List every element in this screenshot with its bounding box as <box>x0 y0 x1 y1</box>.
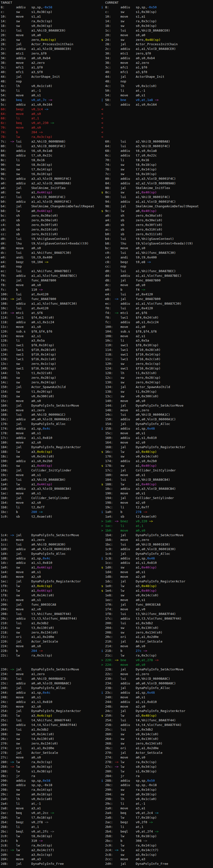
diff-marker: < <box>101 135 105 140</box>
asm-diff-row: 2ac: beq v0,at,2cc ~>2a4: beq v0,at,2c4 … <box>1 811 213 816</box>
diff-marker <box>101 302 105 306</box>
asm-diff-row: 170: jal DynaPolyInfo_Alloc154: jal Dyna… <box>1 422 213 427</box>
current-line <box>105 126 213 130</box>
asm-diff-row: 1a4: lw a1,0x44(sp)s188: lw a1,0x40(sp) <box>1 483 213 487</box>
asm-diff-row: 38: move a2,zero38: move a2,zero <box>1 61 213 65</box>
diff-marker <box>101 635 105 640</box>
asm-diff-row: d0: lui t9,%hi(gSaveContext)b4: lui t9,%… <box>1 237 213 242</box>
current-line: 140: move a0,s0 <box>105 399 213 404</box>
diff-marker <box>101 816 105 820</box>
current-line: cc: nop <box>105 265 213 269</box>
target-line: 1dc: addiu a1,s1,0x810 <box>1 561 101 565</box>
diff-marker <box>101 330 105 334</box>
target-line: 2c4: b 310 ~> <box>1 839 101 843</box>
current-line: 238: jal DynaPolyInfo_Alloc <box>105 686 213 691</box>
asm-diff-row: 2a4: li at,-129c: li at,-1 <box>1 802 213 806</box>
current-line: 224: move a0,s0 <box>105 663 213 668</box>
target-line: 218: sw zero,0x134(s0) <box>1 630 101 635</box>
diff-marker <box>101 320 105 325</box>
asm-diff-row: 1d8: addiu a1,sp,0x4ci1c8: addiu a1,sp,0… <box>1 557 213 561</box>
current-line: 2a0: move a3,a1 <box>105 806 213 811</box>
target-line: 58: beq v0,at,7c ~> <box>1 98 101 103</box>
current-line: 158: addiu a1,sp,0x48 <box>105 427 213 431</box>
asm-diff-row: 8: addiu sp,sp,-0x58i8: addiu sp,sp,-0x5… <box>1 5 213 10</box>
diff-marker <box>101 246 105 251</box>
asm-diff-row: e4: beqz t0,104 ~>c8: beqz t0,e8 ~> <box>1 260 213 265</box>
asm-diff-row: 250: move a2,s0248: move a2,s0 <box>1 705 213 709</box>
current-line: bc: move a0,s0 <box>105 246 213 251</box>
asm-diff-row: ec: lui a1,%hi(func_80A87BEC)d0: lui a1,… <box>1 269 213 274</box>
current-line: 29c: li at,-1 <box>105 802 213 806</box>
diff-marker <box>101 390 105 394</box>
target-line: 2a4: li at,-1 <box>1 802 101 806</box>
diff-marker <box>101 195 105 200</box>
asm-diff-row: 15c: move a0,s0140: move a0,s0 <box>1 399 213 404</box>
diff-marker <box>101 154 105 158</box>
diff-marker: > <box>101 519 105 524</box>
current-line <box>105 107 213 112</box>
diff-marker <box>101 61 105 65</box>
target-line: 2a8: move a3,a1 <box>1 806 101 811</box>
asm-diff-row: 118: addiu a0,s1,0x1c24fc: addiu a0,s1,0… <box>1 320 213 325</box>
current-line <box>105 112 213 117</box>
target-line: 27c: move a0,s0 <box>1 755 101 760</box>
asm-diff-row: >224: move a0,s0 <box>1 663 213 668</box>
diff-marker <box>101 478 105 483</box>
target-line: 50: li at,-1 <box>1 89 101 93</box>
diff-marker <box>101 806 105 811</box>
target-line: 9c: addiu a3,a3,%lo(D_06001F4C) <box>1 177 101 181</box>
current-line: 164: move a2,s0 <box>105 441 213 445</box>
asm-diff-row: 220: jal Actor_SetScale210: jal Actor_Se… <box>1 640 213 644</box>
asm-diff-row: 54: move a0,s154: move a0,s1 <box>1 93 213 98</box>
asm-diff-row: 23c: addiu a0,a0,%lo(D_0600BA8C)234: add… <box>1 681 213 686</box>
target-line: 120: sub.s $f8,$f4,$f6 <box>1 330 101 334</box>
target-line: 17c: addiu a1,s1,0x810 <box>1 436 101 441</box>
asm-diff-row: 5c: addiu a1,s0,0x1645c: addiu a1,s0,0x1… <box>1 103 213 107</box>
current-line: 280: lw s1,0x38(sp) <box>105 770 213 774</box>
target-line: f0: addiu a1,a1,%lo(func_80A87BEC) <box>1 274 101 278</box>
diff-marker <box>101 167 105 172</box>
diff-marker: s <box>101 38 105 42</box>
target-line: 29c: sw a0,0x18(sp) <box>1 793 101 797</box>
target-line: 2d4: move a0,a3 <box>1 857 101 862</box>
target-line: 2b8: li at,1 <box>1 825 101 830</box>
current-line: 38: move a2,zero <box>105 61 213 65</box>
current-line: 1c: lui a1,%hi(D_80A88CE0) <box>105 29 213 33</box>
asm-diff-row: 180: move a2,s0164: move a2,s0 <box>1 441 213 445</box>
target-line: ac: lui a1,%hi(D_06001F4C) <box>1 195 101 200</box>
diff-marker <box>101 394 105 399</box>
current-line: 2bc: b 308 ~> <box>105 839 213 843</box>
diff-marker <box>101 339 105 343</box>
diff-marker <box>101 672 105 677</box>
diff-marker <box>101 237 105 242</box>
current-line: 28: jal Actor_ProcessInitChain <box>105 42 213 47</box>
diff-marker <box>101 834 105 839</box>
asm-diff-row: 1ac: move a0,s1190: move a0,s1 <box>1 492 213 496</box>
asm-diff-row: 224: move a0,s0214: move a0,s0 <box>1 644 213 649</box>
current-line <box>105 116 213 121</box>
target-line: 240: jal DynaPolyInfo_Alloc <box>1 686 101 691</box>
current-line: 17c: jal Collider_InitCylinder <box>105 468 213 473</box>
diff-marker: i <box>101 691 105 695</box>
current-line: 10: move s1,a1 <box>105 15 213 19</box>
asm-diff-row: 1f8: sw v0,0x14c(s0)1e8: sw v0,0x14c(s0) <box>1 593 213 598</box>
current-line: 1d4: move a0,s1 <box>105 570 213 575</box>
current-line: 288: addiu sp,sp,0x50 <box>105 779 213 783</box>
target-line: dc: lui a1,%hi(func_80A87C30) <box>1 251 101 255</box>
asm-diff-row: 108: addiu a1,a1,%lo(func_80A87C30)ec: a… <box>1 302 213 306</box>
asm-diff-row: 134: swc1 $f10,0x14(sp)118: swc1 $f10,0x… <box>1 352 213 357</box>
asm-diff-row: 1fc: move a0,s11ec: move a0,s1 <box>1 598 213 603</box>
asm-diff-row: 1e4: move a0,s11d4: move a0,s1 <box>1 570 213 575</box>
target-line: 8c: li t8,0x16 <box>1 158 101 163</box>
target-line: 15c: move a0,s0 <box>1 399 101 404</box>
current-line: e8: ~> jal func_80A87800 <box>105 297 213 302</box>
asm-diff-row: >220: ~> bne v0,at,278 ~> <box>1 658 213 663</box>
current-line: 220: ~> bne v0,at,278 ~> <box>105 658 213 663</box>
asm-diff-row: 1b0: jal Collider_SetCylinder194: jal Co… <box>1 496 213 501</box>
diff-marker <box>101 376 105 380</box>
current-line: 260: sw v0,0x14c(s0) <box>105 732 213 737</box>
current-line: 25c: lui a1,0x3db2 <box>105 727 213 732</box>
asm-diff-row: 18c: sw v0,0x14c(s0)170: sw v0,0x14c(s0) <box>1 455 213 459</box>
target-line: 208: lui t3,%hi(func_80A87F44) <box>1 612 101 617</box>
target-line: 54: move a0,s1 <box>1 93 101 98</box>
